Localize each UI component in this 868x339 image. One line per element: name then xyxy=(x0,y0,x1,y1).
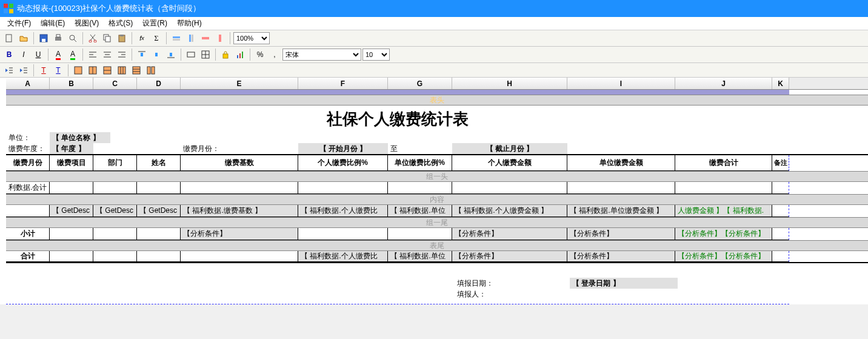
end-month[interactable]: 【 截止月份 】 xyxy=(452,143,567,154)
valign-mid-icon[interactable] xyxy=(150,48,163,61)
unit-value[interactable]: 【 单位名称 】 xyxy=(50,132,110,143)
menu-file[interactable]: 文件(F) xyxy=(2,17,36,30)
open-icon[interactable] xyxy=(17,32,30,45)
ct-G[interactable]: 【 福利数据.单位 xyxy=(388,205,452,217)
grid2-icon[interactable] xyxy=(86,64,99,77)
col-H[interactable]: H xyxy=(452,78,567,89)
font-color-icon[interactable]: A xyxy=(52,48,65,61)
sub-J[interactable]: 【分析条件】【分析条件】 xyxy=(675,228,772,240)
col-F[interactable]: F xyxy=(298,78,388,89)
delete-row-icon[interactable] xyxy=(199,32,212,45)
cut-icon[interactable] xyxy=(86,32,99,45)
menu-view[interactable]: 视图(V) xyxy=(70,17,104,30)
size-select[interactable]: 10 xyxy=(362,49,390,61)
col-G[interactable]: G xyxy=(388,78,452,89)
ct-I[interactable]: 【 福利数据.单位缴费金额 】 xyxy=(567,205,675,217)
fx-icon[interactable]: fx xyxy=(135,32,149,45)
align-left-icon[interactable] xyxy=(86,48,99,61)
col-D[interactable]: D xyxy=(137,78,181,89)
align-right-icon[interactable] xyxy=(115,48,129,61)
indent-right-icon[interactable] xyxy=(17,64,30,77)
hdr-K[interactable]: 备注 xyxy=(772,155,789,171)
gh-A[interactable]: 利数据.会计 xyxy=(6,182,50,194)
col-C[interactable]: C xyxy=(93,78,137,89)
col-E[interactable]: E xyxy=(181,78,298,89)
month-label[interactable]: 缴费月份： xyxy=(181,143,298,154)
new-icon[interactable] xyxy=(2,32,16,45)
hdr-C[interactable]: 部门 xyxy=(93,155,137,171)
report-date-val[interactable]: 【 登录日期 】 xyxy=(570,278,678,289)
ct-H[interactable]: 【 福利数据.个人缴费金额 】 xyxy=(452,205,567,217)
sub-I[interactable]: 【分析条件】 xyxy=(567,228,675,240)
col-J[interactable]: J xyxy=(675,78,772,89)
unit-label[interactable]: 单位： xyxy=(6,132,50,143)
italic-icon[interactable]: I xyxy=(17,48,30,61)
col-K[interactable]: K xyxy=(772,78,789,89)
ct-J[interactable]: 人缴费金额 】【 福利数据. xyxy=(675,205,772,217)
hdr-B[interactable]: 缴费项目 xyxy=(50,155,93,171)
tot-F[interactable]: 【 福利数据.个人缴费比 xyxy=(298,251,388,262)
bold-icon[interactable]: B xyxy=(2,48,16,61)
menu-help[interactable]: 帮助(H) xyxy=(172,17,207,30)
underline-icon[interactable]: U xyxy=(32,48,45,61)
border-icon[interactable] xyxy=(199,48,212,61)
col-B[interactable]: B xyxy=(50,78,93,89)
hdr-D[interactable]: 姓名 xyxy=(137,155,181,171)
tot-I[interactable]: 【分析条件】 xyxy=(567,251,675,262)
comma-icon[interactable]: , xyxy=(268,48,281,61)
sub-H[interactable]: 【分析条件】 xyxy=(452,228,567,240)
grid5-icon[interactable] xyxy=(130,64,143,77)
tot-H[interactable]: 【分析条件】 xyxy=(452,251,567,262)
menu-setting[interactable]: 设置(R) xyxy=(138,17,172,30)
start-month[interactable]: 【 开始月份 】 xyxy=(298,143,388,154)
grid3-icon[interactable] xyxy=(101,64,114,77)
save-icon[interactable] xyxy=(37,32,50,45)
tot-J[interactable]: 【分析条件】【分析条件】 xyxy=(675,251,772,262)
text-blue-icon[interactable]: T xyxy=(52,64,65,77)
hdr-E[interactable]: 缴费基数 xyxy=(181,155,298,171)
hdr-F[interactable]: 个人缴费比例% xyxy=(298,155,388,171)
merge-icon[interactable] xyxy=(184,48,198,61)
report-title[interactable]: 社保个人缴费统计表 xyxy=(6,106,789,132)
align-center-icon[interactable] xyxy=(101,48,114,61)
delete-col-icon[interactable] xyxy=(213,32,227,45)
ct-E[interactable]: 【 福利数据.缴费基数 】 xyxy=(181,205,298,217)
menu-edit[interactable]: 编辑(E) xyxy=(36,17,70,30)
subtotal-label[interactable]: 小计 xyxy=(6,228,50,240)
col-A[interactable]: A xyxy=(6,78,50,89)
indent-left-icon[interactable] xyxy=(2,64,16,77)
grid4-icon[interactable] xyxy=(115,64,129,77)
text-red-icon[interactable]: T xyxy=(37,64,50,77)
hdr-H[interactable]: 个人缴费金额 xyxy=(452,155,567,171)
ct-F[interactable]: 【 福利数据.个人缴费比 xyxy=(298,205,388,217)
year-label[interactable]: 缴费年度： xyxy=(6,143,50,154)
valign-top-icon[interactable] xyxy=(135,48,149,61)
year-value[interactable]: 【 年度 】 xyxy=(50,143,93,154)
hdr-J[interactable]: 缴费合计 xyxy=(675,155,772,171)
lock-icon[interactable] xyxy=(219,48,232,61)
paste-icon[interactable] xyxy=(115,32,129,45)
tot-G[interactable]: 【 福利数据.单位 xyxy=(388,251,452,262)
bg-color-icon[interactable]: A xyxy=(66,48,79,61)
percent-icon[interactable]: % xyxy=(253,48,267,61)
ct-B[interactable]: 【 GetDesc xyxy=(50,205,93,217)
sub-E[interactable]: 【分析条件】 xyxy=(181,228,298,240)
report-person-label[interactable]: 填报人： xyxy=(455,289,570,300)
col-I[interactable]: I xyxy=(567,78,675,89)
insert-col-icon[interactable] xyxy=(184,32,198,45)
hdr-G[interactable]: 单位缴费比例% xyxy=(388,155,452,171)
zoom-select[interactable]: 100% xyxy=(233,32,270,44)
menu-format[interactable]: 格式(S) xyxy=(104,17,138,30)
sum-icon[interactable]: Σ xyxy=(150,32,163,45)
hdr-A[interactable]: 缴费月份 xyxy=(6,155,50,171)
grid6-icon[interactable] xyxy=(144,64,158,77)
copy-icon[interactable] xyxy=(101,32,114,45)
total-label[interactable]: 合计 xyxy=(6,251,50,262)
ct-C[interactable]: 【 GetDesc xyxy=(93,205,137,217)
chart-icon[interactable] xyxy=(233,48,247,61)
report-date-label[interactable]: 填报日期： xyxy=(455,278,570,289)
font-select[interactable]: 宋体 xyxy=(282,49,361,61)
insert-row-icon[interactable] xyxy=(170,32,183,45)
to-label[interactable]: 至 xyxy=(388,143,452,154)
report-canvas[interactable]: 表头 社保个人缴费统计表 单位： 【 单位名称 】 缴费年度： 【 年度 】 缴… xyxy=(6,90,868,304)
